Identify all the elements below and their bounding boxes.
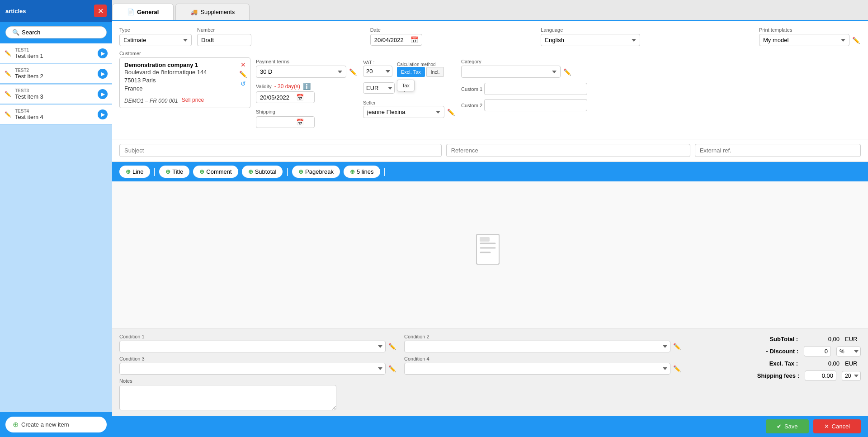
info-icon: ℹ️ bbox=[303, 83, 311, 90]
calendar-icon[interactable]: 📅 bbox=[410, 36, 418, 43]
item-name: Test item 1 bbox=[15, 52, 98, 59]
shipping-tax-select[interactable]: 20 bbox=[842, 371, 861, 381]
extref-input[interactable] bbox=[695, 144, 861, 157]
incl-tax-button[interactable]: Incl. bbox=[426, 67, 443, 77]
category-custom-group: Category ✏️ Custom 1 Custom 2 bbox=[461, 59, 587, 111]
condition2-edit-button[interactable]: ✏️ bbox=[672, 342, 682, 351]
condition3-edit-button[interactable]: ✏️ bbox=[387, 364, 397, 373]
item-info: TEST4 Test item 4 bbox=[15, 109, 98, 120]
add-subtotal-button[interactable]: ⊕ Subtotal bbox=[242, 166, 283, 178]
search-button[interactable]: 🔍 Search bbox=[5, 26, 107, 38]
list-item[interactable]: ✏️ TEST4 Test item 4 ▶ bbox=[0, 105, 112, 124]
save-button[interactable]: ✔ Save bbox=[766, 419, 809, 433]
arrow-icon[interactable]: ▶ bbox=[98, 48, 108, 58]
print-templates-label: Print templates bbox=[759, 27, 861, 33]
language-select[interactable]: English bbox=[541, 34, 640, 46]
subject-reference-row bbox=[112, 139, 868, 162]
seller-select[interactable]: jeanne Flexina bbox=[363, 106, 444, 118]
custom2-input[interactable] bbox=[484, 99, 587, 111]
customer-address: Boulevard de l'informatique 144 75013 Pa… bbox=[124, 68, 245, 93]
shipping-calendar-icon[interactable]: 📅 bbox=[296, 119, 304, 126]
excl-tax-value: 0,00 bbox=[803, 360, 840, 367]
arrow-icon[interactable]: ▶ bbox=[98, 109, 108, 119]
discount-unit-select[interactable]: % EUR bbox=[836, 347, 861, 356]
customer-group: Customer ✕ ✏️ ↺ Demonstration company 1 … bbox=[119, 51, 250, 108]
condition3-group: Condition 3 ✏️ bbox=[119, 356, 397, 375]
tab-general[interactable]: 📄 General bbox=[112, 4, 174, 20]
add-five-lines-button[interactable]: ⊕ 5 lines bbox=[344, 166, 380, 178]
plus-icon-6: ⊕ bbox=[350, 168, 355, 175]
plus-icon-3: ⊕ bbox=[199, 168, 204, 175]
shipping-fees-input[interactable] bbox=[805, 370, 836, 381]
currency-select[interactable]: EUR bbox=[363, 82, 395, 94]
category-label: Category bbox=[461, 59, 587, 64]
add-comment-button[interactable]: ⊕ Comment bbox=[193, 166, 238, 178]
customer-refresh-button[interactable]: ↺ bbox=[239, 80, 247, 88]
item-info: TEST2 Test item 2 bbox=[15, 68, 98, 80]
customer-remove-button[interactable]: ✕ bbox=[239, 61, 247, 69]
condition2-select[interactable] bbox=[404, 341, 670, 352]
condition4-select[interactable] bbox=[404, 363, 670, 375]
add-title-button[interactable]: ⊕ Title bbox=[159, 166, 189, 178]
create-new-item-button[interactable]: ⊕ Create a new item bbox=[5, 417, 107, 432]
date-group: Date 📅 bbox=[370, 27, 422, 46]
seller-group: Seller jeanne Flexina ✏️ bbox=[363, 99, 456, 118]
customer-edit-button[interactable]: ✏️ bbox=[239, 70, 247, 78]
shipping-date-container: 📅 bbox=[256, 116, 315, 128]
custom2-group: Custom 2 bbox=[461, 99, 587, 111]
list-item[interactable]: ✏️ TEST1 Test item 1 ▶ bbox=[0, 44, 112, 63]
date-input[interactable] bbox=[374, 37, 410, 43]
conditions-row-2: Condition 3 ✏️ Condition 4 ✏️ bbox=[119, 356, 682, 375]
validity-date-input[interactable] bbox=[260, 94, 296, 101]
subject-input[interactable] bbox=[119, 144, 442, 157]
type-select[interactable]: Estimate bbox=[119, 34, 192, 46]
vat-select[interactable]: 20 bbox=[363, 66, 392, 77]
payment-terms-select[interactable]: 30 D bbox=[256, 66, 346, 78]
comment-label: Comment bbox=[206, 168, 231, 175]
arrow-icon[interactable]: ▶ bbox=[98, 69, 108, 79]
item-info: TEST3 Test item 3 bbox=[15, 88, 98, 100]
close-button[interactable]: ✕ bbox=[94, 5, 107, 17]
cancel-button[interactable]: ✕ Cancel bbox=[813, 419, 861, 433]
list-item[interactable]: ✏️ TEST2 Test item 2 ▶ bbox=[0, 64, 112, 84]
tabs-bar: 📄 General 🚚 Supplements bbox=[112, 0, 868, 21]
number-input[interactable] bbox=[197, 34, 251, 46]
add-line-button[interactable]: ⊕ Line bbox=[119, 166, 150, 178]
condition3-select[interactable] bbox=[119, 363, 386, 375]
condition1-group: Condition 1 ✏️ bbox=[119, 334, 397, 352]
category-edit-button[interactable]: ✏️ bbox=[562, 67, 572, 76]
condition1-select[interactable] bbox=[119, 341, 386, 352]
tab-supplements[interactable]: 🚚 Supplements bbox=[175, 4, 250, 20]
form-row-1: Type Estimate Number Date 📅 bbox=[119, 27, 861, 46]
reference-input[interactable] bbox=[446, 144, 690, 157]
edit-icon: ✏️ bbox=[5, 91, 11, 97]
discount-input[interactable] bbox=[804, 346, 831, 356]
sell-price-link[interactable]: Sell price bbox=[182, 97, 204, 103]
number-label: Number bbox=[197, 27, 251, 33]
customer-actions: ✕ ✏️ ↺ bbox=[239, 61, 247, 88]
category-select[interactable] bbox=[461, 66, 561, 78]
seller-edit-button[interactable]: ✏️ bbox=[446, 108, 456, 117]
shipping-date-input[interactable] bbox=[260, 119, 296, 126]
excl-tax-button[interactable]: Excl. Tax bbox=[397, 67, 425, 77]
payment-terms-edit-button[interactable]: ✏️ bbox=[348, 67, 358, 76]
customer-ref: DEMO1 – FR 000 001 bbox=[124, 98, 178, 104]
customer-name: Demonstration company 1 bbox=[124, 62, 245, 68]
custom1-label: Custom 1 bbox=[461, 86, 482, 92]
condition4-edit-button[interactable]: ✏️ bbox=[672, 364, 682, 373]
edit-icon: ✏️ bbox=[5, 111, 11, 118]
subtotal-currency: EUR bbox=[845, 336, 861, 342]
condition2-select-row: ✏️ bbox=[404, 341, 682, 352]
condition1-edit-button[interactable]: ✏️ bbox=[387, 342, 397, 351]
validity-calendar-icon[interactable]: 📅 bbox=[296, 94, 304, 101]
sidebar-header: articles ✕ bbox=[0, 0, 112, 22]
custom1-input[interactable] bbox=[484, 83, 587, 95]
list-item[interactable]: ✏️ TEST3 Test item 3 ▶ bbox=[0, 85, 112, 104]
add-pagebreak-button[interactable]: ⊕ Pagebreak bbox=[292, 166, 340, 178]
notes-textarea[interactable] bbox=[119, 385, 336, 410]
arrow-icon[interactable]: ▶ bbox=[98, 89, 108, 99]
general-tab-icon: 📄 bbox=[127, 9, 134, 15]
print-templates-edit-button[interactable]: ✏️ bbox=[851, 36, 861, 45]
cancel-icon: ✕ bbox=[824, 423, 829, 430]
print-templates-select[interactable]: My model bbox=[759, 34, 849, 46]
